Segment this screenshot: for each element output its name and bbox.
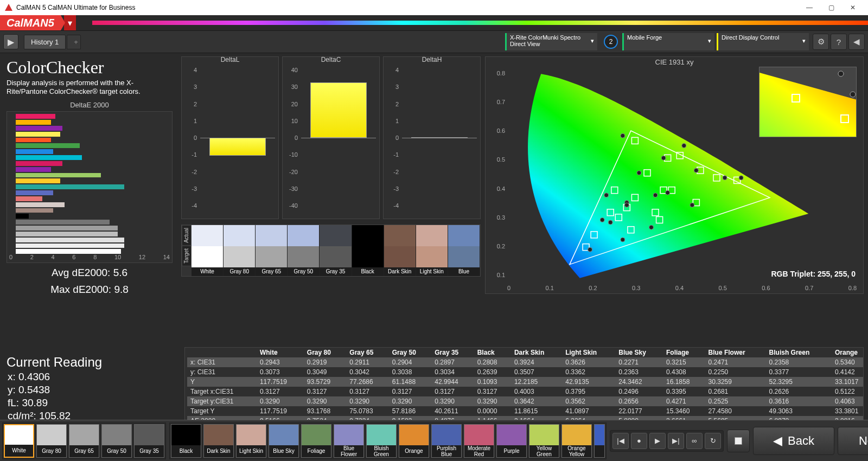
color-swatch-gray-35[interactable]: Gray 35 (134, 424, 164, 458)
svg-point-44 (850, 92, 856, 97)
page-subtitle: Display analysis is performed with the X… (7, 79, 173, 95)
color-swatch-gray-50[interactable]: Gray 50 (101, 424, 132, 458)
skip-back-button[interactable]: |◀ (612, 433, 629, 449)
color-group-1: BlackDark SkinLight SkinBlue SkyFoliageB… (169, 422, 607, 459)
next-button[interactable]: Next▶ (838, 427, 868, 455)
record-button[interactable]: ● (631, 433, 647, 449)
color-swatch-yellow-green[interactable]: Yellow Green (529, 424, 559, 458)
svg-point-38 (682, 144, 686, 148)
play-media-button[interactable]: ▶ (649, 433, 666, 449)
svg-point-36 (621, 133, 625, 138)
svg-point-35 (588, 247, 592, 252)
de2000-bar (16, 178, 60, 183)
color-group-0: WhiteGray 80Gray 65Gray 50Gray 35 (2, 422, 166, 459)
de2000-bar (16, 173, 101, 178)
swatch-dark-skin[interactable]: Dark Skin (384, 225, 416, 276)
collapse-button[interactable]: ◀ (848, 34, 865, 50)
de2000-bar (16, 138, 51, 143)
play-button[interactable]: ▶ (3, 34, 18, 49)
swatch-black[interactable]: Black (352, 225, 384, 276)
help-button[interactable]: ? (831, 34, 847, 50)
svg-point-23 (666, 190, 670, 195)
color-swatch-orange[interactable]: Orange (399, 424, 429, 458)
back-button[interactable]: ◀Back (753, 427, 834, 455)
svg-marker-0 (5, 4, 12, 11)
color-swatch-light-skin[interactable]: Light Skin (236, 424, 266, 458)
tab-history-1[interactable]: History 1 (24, 35, 66, 49)
data-table: WhiteGray 80Gray 65Gray 50Gray 35BlackDa… (187, 348, 863, 426)
brand-logo: CalMAN5 (0, 15, 61, 30)
minimize-button[interactable]: — (799, 0, 820, 15)
de2000-bar (16, 208, 53, 213)
color-swatch-dark-skin[interactable]: Dark Skin (203, 424, 234, 458)
svg-point-28 (604, 193, 609, 197)
color-swatch-white[interactable]: White (4, 424, 34, 458)
svg-point-32 (649, 225, 654, 229)
refresh-button[interactable]: ↻ (705, 433, 721, 449)
deltaC-chart: DeltaC 403020100-10-20-30-40 (282, 56, 380, 219)
de2000-bar (16, 214, 29, 219)
svg-point-26 (637, 171, 641, 175)
de2000-bar (16, 126, 62, 131)
swatch-gray-50[interactable]: Gray 50 (288, 225, 320, 276)
color-swatch-gray-65[interactable]: Gray 65 (69, 424, 99, 458)
svg-marker-40 (760, 73, 856, 137)
swatch-gray-35[interactable]: Gray 35 (320, 225, 352, 276)
svg-point-33 (661, 156, 666, 160)
svg-point-25 (600, 217, 604, 222)
swatch-blue[interactable]: Blue (448, 225, 480, 276)
color-swatch-gray-80[interactable]: Gray 80 (36, 424, 67, 458)
device-selector-2[interactable]: Direct Display Control▾ (717, 33, 809, 50)
de2000-bar (16, 132, 60, 137)
deltaL-chart: DeltaL 43210-1-2-3-4 (181, 56, 279, 219)
toolbar: ▶ History 1 + X-Rite ColorMunki SpectroD… (0, 30, 868, 53)
device-selector-0[interactable]: X-Rite ColorMunki SpectroDirect View▾ (505, 33, 597, 50)
color-swatch-cut[interactable] (594, 424, 605, 458)
color-swatch-moderate-red[interactable]: Moderate Red (464, 424, 494, 458)
color-swatch-bluish-green[interactable]: Bluish Green (366, 424, 397, 458)
swatch-light-skin[interactable]: Light Skin (416, 225, 448, 276)
de2000-bar (16, 244, 124, 248)
de2000-bar (16, 167, 51, 172)
back-icon: ◀ (773, 434, 782, 448)
window-title: CalMAN 5 CalMAN Ultimate for Business (16, 4, 135, 11)
color-swatch-orange-yellow[interactable]: Orange Yellow (561, 424, 592, 458)
media-controls: |◀ ● ▶ ▶| ∞ ↻ (610, 430, 724, 452)
window-titlebar: CalMAN 5 CalMAN Ultimate for Business — … (0, 0, 868, 15)
de2000-bar (16, 226, 118, 230)
color-swatch-blue-flower[interactable]: Blue Flower (334, 424, 364, 458)
maximize-button[interactable]: ▢ (820, 0, 842, 15)
swatch-gray-80[interactable]: Gray 80 (224, 225, 256, 276)
close-button[interactable]: ✕ (842, 0, 864, 15)
loop-button[interactable]: ∞ (686, 433, 703, 449)
swatch-target-label: Target (182, 246, 192, 266)
de2000-bar (16, 220, 110, 225)
svg-point-31 (690, 203, 694, 207)
de2000-title: DeltaE 2000 (7, 101, 173, 109)
stats-avg: Avg dE2000: 5.6 (7, 266, 173, 280)
cie-inset (759, 67, 857, 137)
de2000-bar (16, 149, 53, 154)
color-swatch-purple[interactable]: Purple (496, 424, 527, 458)
swatch-white[interactable]: White (192, 225, 224, 276)
skip-forward-button[interactable]: ▶| (668, 433, 684, 449)
de2000-bar (16, 202, 65, 207)
device-selector-1[interactable]: Mobile Forge▾ (622, 33, 714, 50)
de2000-chart: 02468101214 (7, 111, 173, 263)
swatch-gray-65[interactable]: Gray 65 (256, 225, 288, 276)
bottom-bar: WhiteGray 80Gray 65Gray 50Gray 35BlackDa… (0, 420, 868, 461)
de2000-bar (16, 143, 80, 148)
svg-point-29 (723, 176, 727, 180)
add-tab-button[interactable]: + (67, 35, 81, 49)
color-swatch-blue-sky[interactable]: Blue Sky (269, 424, 299, 458)
color-swatch-purplish-blue[interactable]: Purplish Blue (431, 424, 462, 458)
svg-point-24 (653, 193, 658, 197)
reading-line: y: 0.5438 (8, 384, 169, 396)
stop-button[interactable] (727, 430, 750, 452)
svg-point-27 (608, 220, 612, 225)
color-swatch-black[interactable]: Black (171, 424, 201, 458)
rgb-triplet: RGB Triplet: 255, 255, 0 (771, 270, 856, 278)
page-title: ColorChecker (7, 57, 173, 78)
settings-button[interactable]: ⚙ (813, 34, 829, 50)
color-swatch-foliage[interactable]: Foliage (301, 424, 331, 458)
